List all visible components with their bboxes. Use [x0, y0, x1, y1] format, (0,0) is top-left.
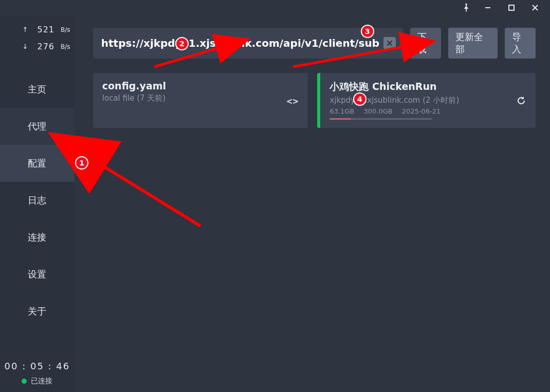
button-label: 导入 [512, 31, 528, 55]
import-button[interactable]: 导入 [505, 28, 536, 59]
card-subtitle: local file (7 天前) [102, 94, 299, 103]
usage-progress-fill [329, 118, 351, 120]
pin-icon[interactable] [456, 0, 476, 15]
download-speed: ↓ 276 B/s [21, 42, 75, 51]
active-stripe [317, 73, 320, 128]
card-subtitle: xjkpdyv1.xjsublink.com (2 小时前) [329, 96, 526, 105]
connection-status: 已连接 [0, 377, 75, 386]
download-button[interactable]: 下载 [410, 28, 441, 59]
profile-card-local[interactable]: config.yaml local file (7 天前) <> [93, 73, 308, 128]
sidebar-item-config[interactable]: 配置 1 [0, 145, 75, 182]
window-titlebar [0, 0, 550, 15]
usage-progress [329, 118, 432, 120]
refresh-profile-button[interactable] [516, 96, 526, 106]
sidebar-item-label: 关于 [28, 305, 46, 318]
edit-code-icon[interactable]: <> [287, 95, 299, 106]
uptime-clock: 00 : 05 : 46 [0, 361, 75, 371]
sidebar-item-home[interactable]: 主页 [0, 71, 75, 108]
button-label: 下载 [417, 31, 434, 55]
sidebar-item-about[interactable]: 关于 [0, 293, 75, 330]
upload-unit: B/s [61, 26, 70, 33]
usage-used: 63.1GB [329, 107, 354, 115]
profile-cards: config.yaml local file (7 天前) <> 小鸡快跑 Ch… [93, 73, 536, 128]
sidebar-item-proxy[interactable]: 代理 [0, 108, 75, 145]
sidebar-item-label: 主页 [28, 83, 46, 96]
upload-speed: ↑ 521 B/s [21, 25, 75, 34]
subscription-url-input[interactable]: https://xjkpdyv1.xjsublink.com/api/v1/cl… [93, 28, 403, 59]
download-value: 276 [30, 42, 54, 51]
sidebar-item-label: 连接 [28, 231, 46, 244]
arrow-down-icon: ↓ [21, 43, 30, 50]
sidebar-item-label: 日志 [28, 194, 46, 207]
arrow-up-icon: ↑ [21, 26, 30, 33]
sidebar: ↑ 521 B/s ↓ 276 B/s 主页 代理 配置 1 日志 连接 设置 … [0, 15, 75, 392]
sidebar-item-logs[interactable]: 日志 [0, 182, 75, 219]
nav-list: 主页 代理 配置 1 日志 连接 设置 关于 [0, 71, 75, 330]
sidebar-item-label: 设置 [28, 268, 46, 281]
sidebar-item-connections[interactable]: 连接 [0, 219, 75, 256]
minimize-button[interactable] [476, 0, 500, 15]
subscription-bar: https://xjkpdyv1.xjsublink.com/api/v1/cl… [93, 28, 536, 59]
sidebar-item-settings[interactable]: 设置 [0, 256, 75, 293]
status-dot-icon [22, 379, 27, 384]
content-pane: https://xjkpdyv1.xjsublink.com/api/v1/cl… [75, 15, 550, 392]
close-button[interactable] [523, 0, 547, 15]
update-all-button[interactable]: 更新全部 [448, 28, 498, 59]
button-label: 更新全部 [455, 31, 490, 55]
usage-total: 300.0GB [363, 107, 392, 115]
upload-value: 521 [30, 25, 54, 34]
speed-panel: ↑ 521 B/s ↓ 276 B/s [0, 15, 75, 64]
usage-expires: 2025-06-21 [402, 107, 441, 115]
clear-url-button[interactable] [383, 37, 396, 49]
sidebar-item-label: 代理 [28, 120, 46, 133]
card-usage-stats: 63.1GB 300.0GB 2025-06-21 [329, 107, 526, 115]
svg-rect-1 [509, 5, 514, 10]
card-title: 小鸡快跑 ChickenRun [329, 80, 526, 94]
card-title: config.yaml [102, 80, 299, 91]
svg-rect-0 [485, 7, 490, 8]
sidebar-item-label: 配置 [28, 157, 46, 170]
connection-label: 已连接 [31, 377, 52, 386]
subscription-url-text: https://xjkpdyv1.xjsublink.com/api/v1/cl… [101, 37, 379, 49]
maximize-button[interactable] [500, 0, 523, 15]
profile-card-remote[interactable]: 小鸡快跑 ChickenRun xjkpdyv1.xjsublink.com (… [317, 73, 536, 128]
status-footer: 00 : 05 : 46 已连接 [0, 361, 75, 386]
download-unit: B/s [61, 43, 70, 50]
